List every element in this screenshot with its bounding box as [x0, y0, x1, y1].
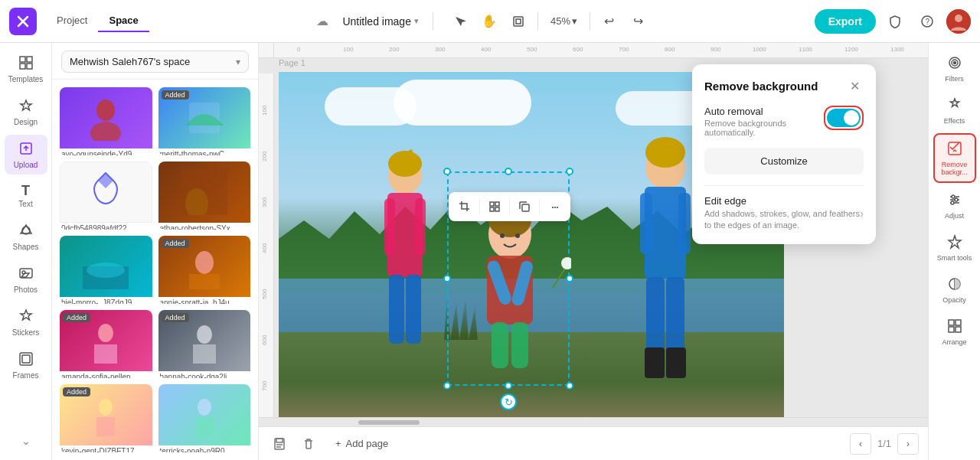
sidebar-item-photos[interactable]: Photos — [5, 259, 47, 299]
sidebar-item-shapes[interactable]: Shapes — [5, 217, 47, 256]
filters-icon — [947, 55, 962, 73]
hand-tool-button[interactable]: ✋ — [476, 8, 502, 34]
svg-text:400: 400 — [261, 243, 268, 253]
svg-text:1300: 1300 — [890, 46, 904, 53]
right-tool-remove-bg[interactable]: Remove backgr... — [933, 133, 976, 184]
remove-bg-icon — [947, 141, 962, 158]
save-version-button[interactable] — [268, 432, 291, 455]
logo[interactable] — [9, 8, 37, 35]
add-page-button[interactable]: + Add page — [326, 433, 397, 454]
page-counter: ‹ 1/1 › — [850, 433, 919, 455]
item-thumbnail — [158, 161, 251, 223]
sidebar-item-stickers[interactable]: Stickers — [5, 302, 47, 342]
text-icon: T — [21, 184, 30, 197]
crop-button[interactable] — [453, 195, 476, 218]
list-item[interactable]: 0dcfb548989afdf22... — [60, 161, 152, 230]
adjust-label: Adjust — [945, 212, 964, 220]
canvas-scroll[interactable]: Page 1 — [259, 58, 928, 417]
list-item[interactable]: ayo-ogunseinde-Yd9... — [60, 87, 152, 155]
filters-label: Filters — [945, 75, 964, 83]
svg-rect-18 — [22, 355, 30, 363]
added-badge: Added — [162, 239, 189, 248]
svg-rect-31 — [193, 344, 216, 364]
image-float-toolbar: ··· — [449, 192, 570, 221]
list-item[interactable]: Added amanda-sofia-pellen... — [60, 310, 152, 378]
cursor-tool-button[interactable] — [447, 8, 473, 34]
svg-text:400: 400 — [481, 46, 492, 53]
topbar-center: ☁ Untitled image ▾ ✋ 45% ▾ ↩ ↪ — [155, 8, 808, 34]
space-selector[interactable]: Mehwish Saleh767's space ▾ — [61, 51, 249, 73]
effects-label: Effects — [944, 117, 965, 126]
svg-rect-82 — [678, 193, 691, 254]
added-badge: Added — [63, 313, 90, 322]
title-area[interactable]: Untitled image ▾ — [342, 15, 419, 28]
svg-rect-81 — [640, 193, 652, 254]
design-label: Design — [14, 118, 38, 127]
stickers-label: Stickers — [12, 328, 40, 338]
list-item[interactable]: Added hannah-cook-dqa2lj... — [158, 310, 251, 378]
svg-point-30 — [197, 325, 212, 344]
sidebar-item-upload[interactable]: Upload — [5, 135, 47, 175]
customize-button[interactable]: Customize — [704, 148, 864, 175]
redo-button[interactable]: ↪ — [626, 8, 652, 34]
svg-text:300: 300 — [435, 46, 446, 53]
remove-bg-close-button[interactable]: ✕ — [845, 77, 864, 95]
topbar-nav: Project Space — [46, 10, 149, 32]
upload-icon — [18, 141, 34, 158]
item-thumbnail: Added — [158, 310, 251, 371]
list-item[interactable]: ethan-robertson-SYx... — [158, 161, 251, 230]
canvas-scrollbar[interactable] — [259, 417, 928, 426]
avatar[interactable] — [946, 9, 971, 34]
right-tool-adjust[interactable]: Adjust — [933, 186, 976, 225]
prev-page-button[interactable]: ‹ — [850, 433, 871, 455]
item-label: 0dcfb548989afdf22... — [60, 223, 152, 230]
delete-button[interactable] — [297, 432, 320, 455]
next-page-button[interactable]: › — [897, 433, 919, 455]
sidebar-item-frames[interactable]: Frames — [5, 345, 47, 385]
edit-edge-row[interactable]: Edit edge Add shadows, strokes, glow, an… — [704, 185, 864, 232]
item-label: biel-morro-_J8ZdgJ9... — [60, 297, 152, 304]
right-tool-filters[interactable]: Filters — [933, 49, 976, 88]
zoom-control[interactable]: 45% ▾ — [544, 12, 583, 30]
sidebar-item-text[interactable]: T Text — [5, 178, 47, 214]
undo-button[interactable]: ↩ — [596, 8, 622, 34]
list-item[interactable]: terricks-noah-n9R0... — [158, 384, 251, 452]
right-tool-effects[interactable]: Effects — [933, 91, 976, 130]
added-badge: Added — [162, 90, 189, 100]
right-tool-arrange[interactable]: Arrange — [933, 312, 976, 351]
item-label: terricks-noah-n9R0... — [158, 445, 251, 452]
page-number: 1/1 — [877, 438, 891, 449]
svg-text:0: 0 — [297, 46, 301, 53]
auto-removal-toggle[interactable] — [827, 109, 861, 127]
help-button[interactable]: ? — [914, 8, 940, 34]
nav-project[interactable]: Project — [46, 10, 98, 32]
svg-rect-106 — [949, 327, 954, 332]
svg-text:800: 800 — [665, 46, 675, 53]
svg-point-101 — [951, 201, 954, 204]
list-item[interactable]: Added meritt-thomas-pwC... — [158, 87, 251, 155]
list-item[interactable]: biel-morro-_J8ZdgJ9... — [60, 236, 152, 304]
svg-point-100 — [955, 198, 958, 201]
sidebar-more-button[interactable]: ⌄ — [13, 428, 39, 454]
right-tool-opacity[interactable]: Opacity — [933, 270, 976, 309]
frame-tool-button[interactable] — [505, 8, 531, 34]
sidebar-item-design[interactable]: Design — [5, 92, 47, 132]
topbar: Project Space ☁ Untitled image ▾ ✋ 45% ▾… — [0, 0, 980, 43]
svg-point-25 — [87, 263, 125, 278]
sidebar-item-templates[interactable]: Templates — [5, 49, 47, 89]
svg-point-87 — [645, 137, 685, 168]
main-area: Templates Design Upload T Text Shapes — [0, 43, 980, 460]
list-item[interactable]: Added annie-spratt-ja_hJ4u... — [158, 236, 251, 304]
nav-space[interactable]: Space — [98, 10, 149, 32]
layout-button[interactable] — [483, 195, 506, 218]
edit-edge-desc: Add shadows, strokes, glow, and feathers… — [704, 208, 860, 232]
shield-button[interactable] — [882, 8, 908, 34]
svg-rect-35 — [195, 417, 214, 436]
svg-rect-8 — [20, 57, 25, 62]
duplicate-button[interactable] — [513, 195, 536, 218]
export-button[interactable]: Export — [815, 9, 876, 34]
svg-point-7 — [955, 15, 962, 22]
list-item[interactable]: Added kevin-gent-DIZBFT17... — [60, 384, 152, 452]
right-tool-smart[interactable]: Smart tools — [933, 228, 976, 267]
more-options-button[interactable]: ··· — [543, 195, 566, 218]
